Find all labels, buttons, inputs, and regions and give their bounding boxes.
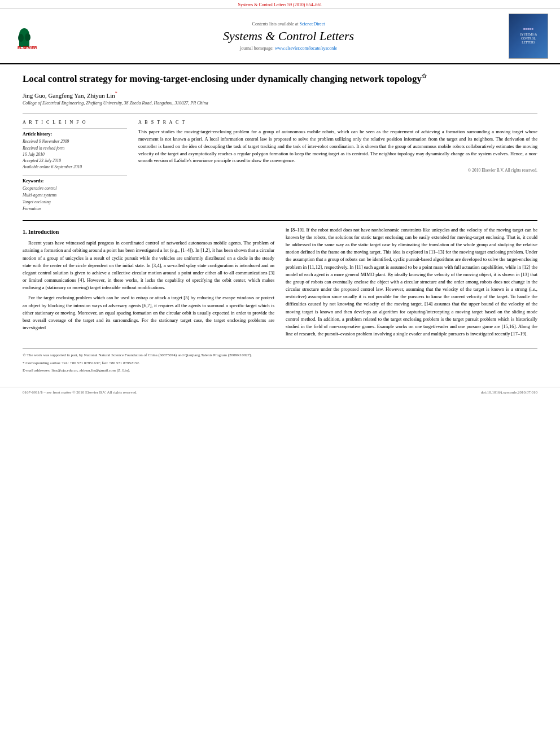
abstract-text: This paper studies the moving-target-enc… <box>138 128 537 164</box>
sciencedirect-link: Contents lists available at ScienceDirec… <box>71 21 506 27</box>
svg-text:ELSEVIER: ELSEVIER <box>18 46 37 50</box>
keyword-2: Multi-agent systems <box>23 192 127 199</box>
keywords-heading: Keywords: <box>23 178 127 184</box>
journal-cover-image: ■■■■■ SYSTEMS & CONTROL LETTERS <box>509 14 548 59</box>
issn-text: 0167-6911/$ – see front matter © 2010 El… <box>23 390 137 395</box>
intro-section-title: 1. Introduction <box>23 228 274 237</box>
history-revised-date: 16 July 2010 <box>23 151 127 158</box>
history-online: Available online 6 September 2010 <box>23 164 127 170</box>
intro-col-left: 1. Introduction Recent years have witnes… <box>23 226 274 341</box>
article-content: Local control strategy for moving-target… <box>0 64 560 387</box>
footnote-corresponding: * Corresponding author. Tel.: +86 571 87… <box>23 360 537 366</box>
abstract-column: A B S T R A C T This paper studies the m… <box>138 120 537 212</box>
keywords-section: Keywords: Cooperative control Multi-agen… <box>23 175 127 212</box>
journal-cover-text: ■■■■■ SYSTEMS & CONTROL LETTERS <box>520 27 537 45</box>
history-heading: Article history: <box>23 132 127 137</box>
journal-header: ELSEVIER Contents lists available at Sci… <box>0 9 560 64</box>
journal-citation-text: Systems & Control Letters 59 (2010) 654–… <box>238 2 322 7</box>
intro-para-3: in [8–10]. If the robot model does not h… <box>286 226 537 338</box>
affiliation: College of Electrical Engineering, Zheji… <box>23 101 537 106</box>
footnotes-area: ✩ The work was supported in part, by Nat… <box>23 348 537 374</box>
keyword-3: Target enclosing <box>23 199 127 206</box>
journal-citation-bar: Systems & Control Letters 59 (2010) 654–… <box>0 0 560 9</box>
journal-cover-area: ■■■■■ SYSTEMS & CONTROL LETTERS <box>506 14 551 59</box>
intro-col-right: in [8–10]. If the robot model does not h… <box>286 226 537 341</box>
svg-point-3 <box>25 33 30 41</box>
journal-title-area: Contents lists available at ScienceDirec… <box>71 21 506 51</box>
article-title: Local control strategy for moving-target… <box>23 72 537 85</box>
keyword-4: Formation <box>23 206 127 212</box>
abstract-heading: A B S T R A C T <box>138 120 537 125</box>
elsevier-logo-area: ELSEVIER <box>9 22 71 50</box>
homepage-link[interactable]: www.elsevier.com/locate/sysconle <box>275 46 337 51</box>
copyright-line: © 2010 Elsevier B.V. All rights reserved… <box>138 168 537 173</box>
history-received: Received 9 November 2009 <box>23 138 127 145</box>
journal-homepage: journal homepage: www.elsevier.com/locat… <box>71 46 506 51</box>
keyword-1: Cooperative control <box>23 185 127 192</box>
info-abstract-section: A R T I C L E I N F O Article history: R… <box>23 113 537 212</box>
authors-line: Jing Guo, Gangfeng Yan, Zhiyun Lin* <box>23 91 537 99</box>
intro-para-1: Recent years have witnessed rapid progre… <box>23 239 274 291</box>
article-info-heading: A R T I C L E I N F O <box>23 120 127 125</box>
history-revised-label: Received in revised form <box>23 145 127 151</box>
svg-point-2 <box>18 34 24 42</box>
article-info-column: A R T I C L E I N F O Article history: R… <box>23 120 127 212</box>
doi-text: doi:10.1016/j.sysconle.2010.07.010 <box>481 390 537 395</box>
history-accepted: Accepted 23 July 2010 <box>23 158 127 164</box>
introduction-section: 1. Introduction Recent years have witnes… <box>23 226 537 341</box>
journal-title: Systems & Control Letters <box>71 29 506 43</box>
elsevier-logo-icon: ELSEVIER <box>16 22 64 50</box>
section-divider <box>23 220 537 221</box>
article-history: Article history: Received 9 November 200… <box>23 128 127 170</box>
footnote-star: ✩ The work was supported in part, by Nat… <box>23 352 537 359</box>
bottom-bar: 0167-6911/$ – see front matter © 2010 El… <box>0 387 560 397</box>
sciencedirect-anchor[interactable]: ScienceDirect <box>300 21 325 27</box>
intro-para-2: For the target enclosing problem which c… <box>23 294 274 331</box>
footnote-email: E-mail addresses: linz@zju.edu.cn, zhiyu… <box>23 368 537 374</box>
